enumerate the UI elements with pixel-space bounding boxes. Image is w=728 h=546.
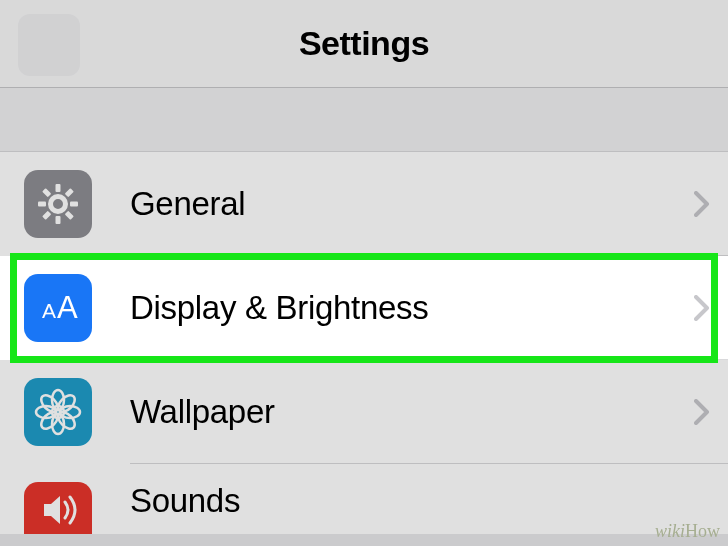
row-general[interactable]: General — [0, 152, 728, 256]
svg-rect-1 — [56, 184, 61, 192]
watermark-part1: wiki — [655, 521, 685, 541]
svg-point-16 — [55, 392, 78, 415]
svg-rect-7 — [42, 188, 51, 197]
row-label-display: Display & Brightness — [130, 289, 694, 327]
chevron-right-icon — [694, 191, 710, 217]
row-sounds[interactable]: Sounds — [0, 464, 728, 534]
speaker-icon — [24, 482, 92, 534]
settings-list: General A A Display & Brightness — [0, 152, 728, 534]
flower-icon — [24, 378, 92, 446]
section-spacer — [0, 88, 728, 152]
watermark: wikiHow — [655, 521, 720, 542]
svg-rect-2 — [56, 216, 61, 224]
svg-point-17 — [38, 409, 61, 432]
text-size-icon: A A — [24, 274, 92, 342]
svg-rect-4 — [70, 202, 78, 207]
svg-text:A: A — [42, 299, 56, 322]
svg-point-19 — [55, 409, 78, 432]
header: Settings — [0, 0, 728, 88]
svg-rect-6 — [42, 211, 51, 220]
row-label-sounds: Sounds — [130, 482, 710, 520]
svg-point-0 — [51, 197, 66, 212]
row-display-brightness[interactable]: A A Display & Brightness — [0, 256, 728, 360]
chevron-right-icon — [694, 399, 710, 425]
svg-rect-5 — [65, 188, 74, 197]
svg-point-18 — [38, 392, 61, 415]
gear-icon — [24, 170, 92, 238]
back-button-placeholder — [18, 14, 80, 76]
svg-text:A: A — [57, 290, 78, 325]
svg-rect-8 — [65, 211, 74, 220]
chevron-right-icon — [694, 295, 710, 321]
svg-rect-3 — [38, 202, 46, 207]
row-label-wallpaper: Wallpaper — [130, 393, 694, 431]
row-label-general: General — [130, 185, 694, 223]
page-title: Settings — [299, 24, 429, 63]
row-wallpaper[interactable]: Wallpaper — [0, 360, 728, 464]
watermark-part2: How — [685, 521, 720, 541]
